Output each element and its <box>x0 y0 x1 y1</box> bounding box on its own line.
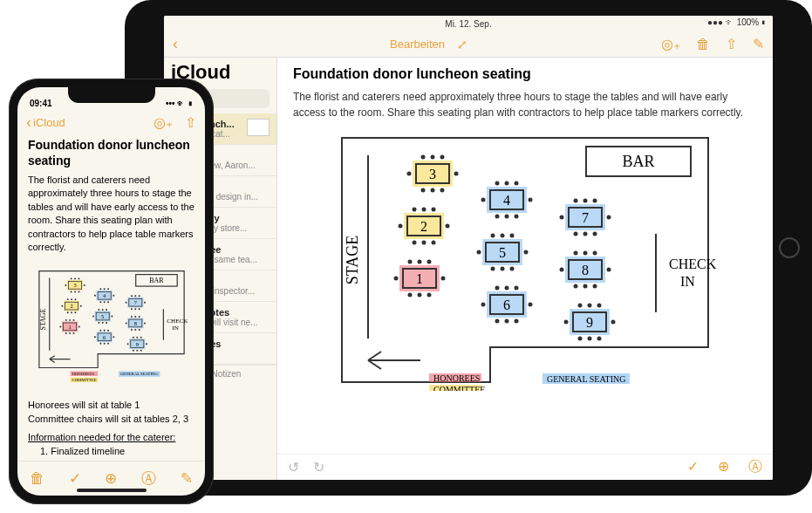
svg-point-22 <box>432 241 436 245</box>
svg-point-89 <box>560 268 564 272</box>
back-label[interactable]: iCloud <box>33 116 65 129</box>
svg-point-133 <box>79 305 81 307</box>
ipad-home-button[interactable] <box>779 237 800 258</box>
svg-point-115 <box>70 278 72 280</box>
compose-icon[interactable]: ✎ <box>753 36 764 52</box>
svg-point-176 <box>94 337 96 339</box>
markup-icon[interactable]: Ⓐ <box>748 458 762 476</box>
svg-point-67 <box>481 303 486 307</box>
svg-point-52 <box>510 234 515 238</box>
svg-point-29 <box>418 260 422 264</box>
svg-point-127 <box>71 298 72 300</box>
svg-point-83 <box>574 251 578 256</box>
svg-text:HONOREES: HONOREES <box>72 372 94 376</box>
note-body-text: The florist and caterers need approximat… <box>293 89 757 120</box>
svg-point-186 <box>138 309 140 311</box>
svg-point-175 <box>107 343 109 345</box>
redo-icon[interactable]: ↻ <box>313 459 324 475</box>
back-icon[interactable]: ‹ <box>173 35 178 53</box>
note-editor[interactable]: Foundation donor luncheon seating The fl… <box>17 134 205 461</box>
share-icon[interactable]: ⇧ <box>726 36 737 52</box>
share-icon[interactable]: ⇧ <box>185 114 196 131</box>
svg-point-161 <box>106 309 107 311</box>
svg-point-46 <box>529 198 533 202</box>
svg-point-205 <box>140 337 141 339</box>
compose-icon[interactable]: ✎ <box>181 469 193 488</box>
add-person-icon[interactable]: ◎₊ <box>154 114 173 131</box>
note-body-text: The florist and caterers need approximat… <box>28 174 194 254</box>
undo-icon[interactable]: ↺ <box>288 459 299 475</box>
caterer-item: 1. Finalized timeline <box>28 445 194 458</box>
svg-point-72 <box>574 199 578 203</box>
note-bottom-toolbar: ↺ ↻ ✓ ⊕ Ⓐ <box>277 454 773 480</box>
trash-icon[interactable]: 🗑 <box>696 37 710 52</box>
add-icon[interactable]: ⊕ <box>105 469 117 488</box>
svg-point-117 <box>78 278 79 280</box>
add-icon[interactable]: ⊕ <box>718 458 729 476</box>
trash-icon[interactable]: 🗑 <box>30 470 44 488</box>
legend-honorees: HONOREES <box>433 373 480 383</box>
svg-point-32 <box>418 293 422 298</box>
svg-point-44 <box>515 215 519 219</box>
status-icons: ••• ᯤ ▮ <box>166 99 193 108</box>
svg-point-85 <box>593 251 597 256</box>
checkin-label-2: IN <box>680 274 695 289</box>
checklist-icon[interactable]: ✓ <box>69 469 81 488</box>
edit-button[interactable]: Bearbeiten <box>390 38 445 51</box>
svg-point-78 <box>560 215 564 220</box>
svg-text:STAGE: STAGE <box>38 309 46 331</box>
svg-point-166 <box>111 316 113 318</box>
svg-point-160 <box>101 309 103 311</box>
bar-label: BAR <box>622 153 654 170</box>
svg-text:1: 1 <box>416 271 423 286</box>
svg-point-155 <box>113 295 114 297</box>
svg-point-142 <box>72 332 74 334</box>
home-indicator[interactable] <box>77 489 147 492</box>
svg-point-173 <box>99 343 101 345</box>
svg-point-163 <box>101 322 103 324</box>
iphone-device: 09:41 ••• ᯤ ▮ ‹ iCloud ◎₊ ⇧ Foundation d… <box>9 79 214 504</box>
svg-point-51 <box>501 234 505 238</box>
svg-point-171 <box>103 330 105 332</box>
svg-point-187 <box>125 302 126 304</box>
note-thumbnail <box>247 119 270 136</box>
svg-text:5: 5 <box>499 245 506 260</box>
svg-point-137 <box>65 319 66 321</box>
svg-point-65 <box>505 319 509 324</box>
svg-point-165 <box>92 316 94 318</box>
svg-point-64 <box>495 319 500 324</box>
svg-text:IN: IN <box>172 325 179 332</box>
checklist-icon[interactable]: ✓ <box>687 458 699 476</box>
svg-point-12 <box>407 172 412 176</box>
svg-point-144 <box>78 326 79 328</box>
svg-point-174 <box>103 343 105 345</box>
svg-point-207 <box>136 350 138 352</box>
note-editor[interactable]: Foundation donor luncheon seating The fl… <box>277 58 773 480</box>
svg-point-101 <box>611 320 616 325</box>
svg-point-203 <box>132 337 133 339</box>
add-person-icon[interactable]: ◎₊ <box>661 36 680 52</box>
note-title: Foundation donor luncheon seating <box>293 66 757 82</box>
svg-point-95 <box>588 304 592 308</box>
svg-point-193 <box>134 316 136 318</box>
svg-point-55 <box>510 267 515 271</box>
svg-text:7: 7 <box>582 210 589 225</box>
svg-point-11 <box>440 188 445 193</box>
svg-point-8 <box>440 155 445 160</box>
svg-point-73 <box>583 199 588 203</box>
svg-text:9: 9 <box>135 341 138 347</box>
markup-icon[interactable]: Ⓐ <box>141 469 156 489</box>
svg-point-61 <box>495 286 500 291</box>
back-icon[interactable]: ‹ <box>26 113 31 132</box>
svg-point-143 <box>59 326 61 328</box>
svg-point-132 <box>61 305 63 307</box>
svg-point-35 <box>441 277 446 281</box>
svg-point-43 <box>505 215 509 219</box>
svg-point-204 <box>136 337 138 339</box>
expand-icon[interactable]: ⤢ <box>457 38 467 51</box>
svg-point-90 <box>607 268 611 272</box>
svg-text:COMMITTEE: COMMITTEE <box>72 378 96 382</box>
svg-point-20 <box>413 241 417 245</box>
caterer-heading: Information needed for the caterer: <box>28 431 194 444</box>
svg-point-208 <box>140 350 141 352</box>
